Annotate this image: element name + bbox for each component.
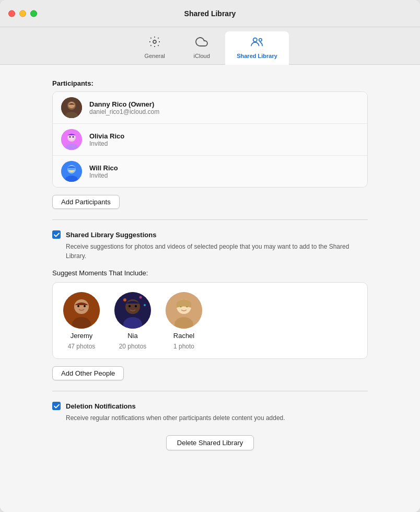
participant-name: Danny Rico (Owner) [89,100,159,108]
cloud-icon [195,36,208,51]
participant-row: Olivia Rico Invited [53,124,367,156]
moment-name-nia: Nia [127,332,138,340]
svg-point-13 [73,136,74,138]
deletion-section: Deletion Notifications Receive regular n… [52,402,368,423]
traffic-lights [8,10,37,17]
add-other-people-button[interactable]: Add Other People [52,366,124,380]
svg-point-22 [77,305,79,307]
svg-point-12 [69,136,71,138]
participant-info-will: Will Rico Invited [89,164,118,179]
svg-point-30 [139,296,142,299]
people-icon [251,36,263,51]
participant-info-danny: Danny Rico (Owner) daniel_rico1@icloud.c… [89,100,159,115]
deletion-checkbox-row: Deletion Notifications [52,402,368,410]
close-button[interactable] [8,10,15,17]
deletion-desc: Receive regular notifications when other… [66,413,368,423]
moment-name-rachel: Rachel [173,332,194,340]
svg-point-20 [74,299,89,314]
titlebar: Shared Library [0,0,420,27]
divider-1 [52,219,368,220]
participant-sub-invited: Invited [89,140,124,147]
svg-point-29 [123,298,126,301]
avatar-rachel [166,292,202,329]
moment-name-jeremy: Jeremy [71,332,93,340]
moment-count-jeremy: 47 photos [68,343,96,350]
moment-count-rachel: 1 photo [173,343,194,350]
participant-row: Will Rico Invited [53,156,367,187]
participants-label: Participants: [52,79,368,87]
main-window: Shared Library General iCloud [0,0,420,512]
svg-point-0 [153,40,156,43]
suggestions-checkbox-label: Shared Library Suggestions [66,231,156,239]
deletion-checkbox[interactable] [52,402,61,410]
tab-icloud-label: iCloud [194,53,210,59]
svg-point-27 [129,305,131,307]
svg-point-28 [135,305,137,307]
deletion-checkbox-label: Deletion Notifications [66,402,136,410]
gear-icon [148,36,161,51]
moment-person-jeremy[interactable]: Jeremy 47 photos [63,292,100,350]
suggestions-checkbox[interactable] [52,230,61,239]
tabbar: General iCloud Shared Library [0,27,420,65]
tab-general-label: General [145,53,165,59]
add-participants-button[interactable]: Add Participants [52,195,120,209]
participant-info-olivia: Olivia Rico Invited [89,132,124,147]
svg-point-31 [144,304,146,306]
participant-row: Danny Rico (Owner) daniel_rico1@icloud.c… [53,92,367,124]
avatar-will [61,161,82,182]
tab-shared-library-label: Shared Library [237,53,277,59]
tab-general[interactable]: General [131,31,178,64]
delete-shared-library-button[interactable]: Delete Shared Library [166,435,254,450]
main-content: Participants: [0,65,420,512]
svg-point-2 [259,39,262,42]
avatar-danny [61,97,82,118]
suggestions-section: Shared Library Suggestions Receive sugge… [52,230,368,380]
suggestions-desc: Receive suggestions for photos and video… [66,242,368,261]
divider-2 [52,391,368,391]
moment-person-nia[interactable]: Nia 20 photos [114,292,151,350]
avatar-olivia [61,129,82,150]
avatar-jeremy [63,292,100,329]
participants-section: Participants: [52,79,368,209]
participant-sub-invited2: Invited [89,172,118,179]
tab-icloud[interactable]: iCloud [178,31,225,64]
minimize-button[interactable] [19,10,26,17]
window-title: Shared Library [184,9,236,18]
suggestions-checkbox-row: Shared Library Suggestions [52,230,368,239]
moments-container: Jeremy 47 photos [52,282,368,359]
svg-point-23 [84,305,86,307]
participants-list: Danny Rico (Owner) daniel_rico1@icloud.c… [52,91,368,188]
suggest-moments-label: Suggest Moments That Include: [52,269,368,277]
moment-person-rachel[interactable]: Rachel 1 photo [166,292,202,350]
maximize-button[interactable] [30,10,37,17]
participant-sub: daniel_rico1@icloud.com [89,108,159,115]
avatar-nia [114,292,151,329]
moment-count-nia: 20 photos [119,343,147,350]
participant-name: Olivia Rico [89,132,124,140]
tab-shared-library[interactable]: Shared Library [225,31,289,64]
participant-name: Will Rico [89,164,118,172]
svg-point-1 [253,38,257,42]
